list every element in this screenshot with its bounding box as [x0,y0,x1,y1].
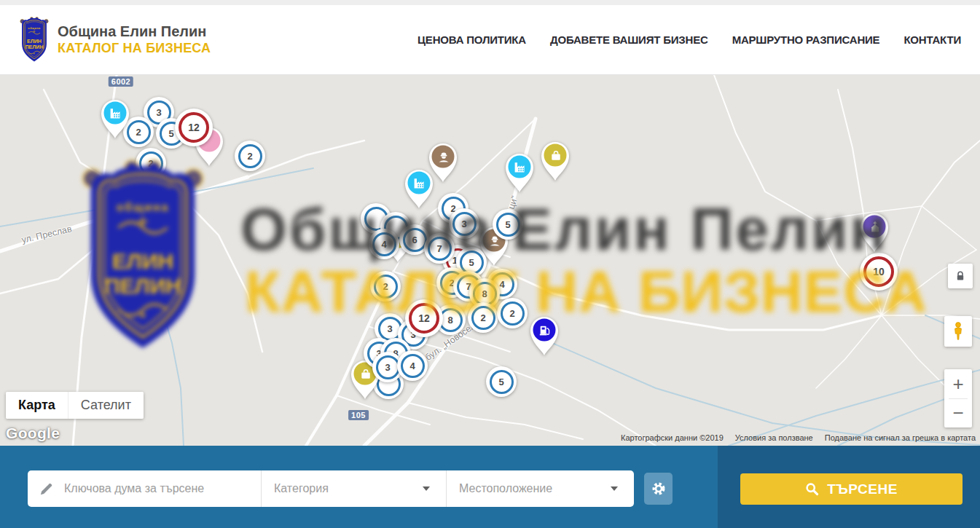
cluster-marker[interactable]: 12 [405,299,443,337]
google-logo[interactable]: Google [6,425,60,442]
header: община ЕЛИН ПЕЛИН Община Елин Пелин КАТА… [0,0,980,75]
chevron-down-icon [611,486,618,491]
cluster-count: 4 [499,279,504,290]
nav-item-3[interactable]: КОНТАКТИ [903,34,961,46]
municipal-shield-icon: община ЕЛИН ПЕЛИН [17,16,51,64]
cluster-count: 2 [136,127,141,138]
cluster-marker[interactable]: 4 [397,350,428,381]
cluster-count: 2 [480,312,485,323]
search-button-label: ТЪРСЕНЕ [827,481,898,497]
attribution-terms-link[interactable]: Условия за ползване [735,433,813,442]
zoom-out-button[interactable]: − [944,399,972,428]
cluster-marker[interactable]: 4 [369,229,399,259]
advanced-search-button[interactable] [644,473,673,505]
cluster-count: 10 [873,266,885,277]
worker-pin[interactable] [426,141,460,183]
svg-text:община: община [28,26,41,29]
zoom-control: + − [944,369,972,427]
cluster-marker[interactable]: 2 [235,141,265,171]
cluster-count: 3 [387,323,392,334]
gear-icon [651,481,667,497]
pencil-icon [39,481,54,496]
fuel-pin[interactable] [528,314,561,356]
brand-title: Община Елин Пелин [58,23,211,40]
cluster-count: 6 [412,235,417,245]
cluster-count: 4 [409,360,415,371]
map-attribution: Картографски данни ©2019Условия за ползв… [621,433,976,442]
cluster-marker[interactable]: 2 [497,298,528,328]
search-button-panel: ТЪРСЕНЕ [718,446,980,528]
lock-icon [954,270,966,282]
cluster-count: 7 [436,243,442,254]
brand[interactable]: община ЕЛИН ПЕЛИН Община Елин Пелин КАТА… [17,16,211,64]
search-icon [805,482,819,496]
map-type-satellite-button[interactable]: Сателит [68,392,144,419]
map-canvas[interactable]: 6002105ул. Преславбул. „Новоселци" 32512… [0,75,980,446]
location-select[interactable]: Местоположение [446,470,634,507]
cluster-count: 2 [509,308,514,319]
brand-subtitle: КАТАЛОГ НА БИЗНЕСА [58,41,211,57]
cluster-count: 5 [168,128,173,139]
factory-pin[interactable] [503,151,536,193]
pegman-button[interactable] [944,316,972,347]
cluster-marker[interactable]: 2 [136,148,166,178]
lock-button[interactable] [948,264,973,288]
brand-text: Община Елин Пелин КАТАЛОГ НА БИЗНЕСА [58,23,211,56]
nav-item-1[interactable]: ДОБАВЕТЕ ВАШИЯТ БИЗНЕС [550,34,708,46]
cluster-marker[interactable]: 2 [370,271,401,302]
cluster-count: 5 [498,377,503,387]
cluster-count: 5 [469,257,474,268]
zoom-in-button[interactable]: + [944,369,972,398]
cluster-marker[interactable]: 2 [468,302,498,333]
svg-text:ЕЛИН: ЕЛИН [27,38,42,44]
cluster-count: 3 [385,362,390,373]
category-select[interactable]: Категория [261,470,446,507]
search-fields: Категория Местоположение [28,470,634,507]
category-value: Категория [274,482,329,495]
location-value: Местоположение [459,482,552,495]
attribution-report-link[interactable]: Подаване на сигнал за грешка в картата [825,433,976,442]
cluster-count: 8 [447,315,452,326]
cluster-count: 2 [148,158,153,169]
shopping-bag-pin[interactable] [538,139,572,181]
cluster-marker[interactable]: 3 [449,208,479,239]
map-type-control: Карта Сателит [6,392,144,419]
keyword-input[interactable] [64,482,239,495]
pegman-icon [951,321,965,342]
cluster-count: 12 [418,312,430,324]
nav-item-0[interactable]: ЦЕНОВА ПОЛИТИКА [418,34,526,46]
search-bar: Категория Местоположение ТЪРСЕНЕ [0,446,980,528]
page: община ЕЛИН ПЕЛИН Община Елин Пелин КАТА… [0,0,980,528]
search-button[interactable]: ТЪРСЕНЕ [740,473,963,505]
map-type-map-button[interactable]: Карта [6,392,68,419]
cluster-count: 3 [461,218,466,229]
cluster-marker[interactable]: 5 [486,366,517,397]
cluster-count: 8 [482,288,487,299]
cluster-marker[interactable]: 7 [424,233,455,264]
road-number-badge: 105 [348,410,369,420]
attribution-data-text: Картографски данни ©2019 [621,433,724,442]
cluster-count: 2 [383,281,388,292]
cluster-count: 5 [505,219,510,230]
cluster-marker[interactable]: 10 [860,253,898,291]
cluster-marker[interactable]: 12 [175,109,213,146]
cluster-count: 2 [247,151,252,162]
cluster-count: 12 [188,122,200,133]
road-number-badge: 6002 [109,76,133,87]
cluster-marker[interactable]: 5 [493,209,523,240]
svg-text:ПЕЛИН: ПЕЛИН [25,44,43,50]
main-nav: ЦЕНОВА ПОЛИТИКАДОБАВЕТЕ ВАШИЯТ БИЗНЕСМАР… [418,34,961,46]
keyword-field[interactable] [28,470,261,507]
church-pin[interactable] [858,210,891,253]
chevron-down-icon [423,486,430,491]
factory-pin[interactable] [98,97,132,139]
nav-item-2[interactable]: МАРШРУТНО РАЗПИСАНИЕ [732,34,880,46]
cluster-count: 4 [381,239,386,250]
cluster-count: 3 [156,107,161,118]
